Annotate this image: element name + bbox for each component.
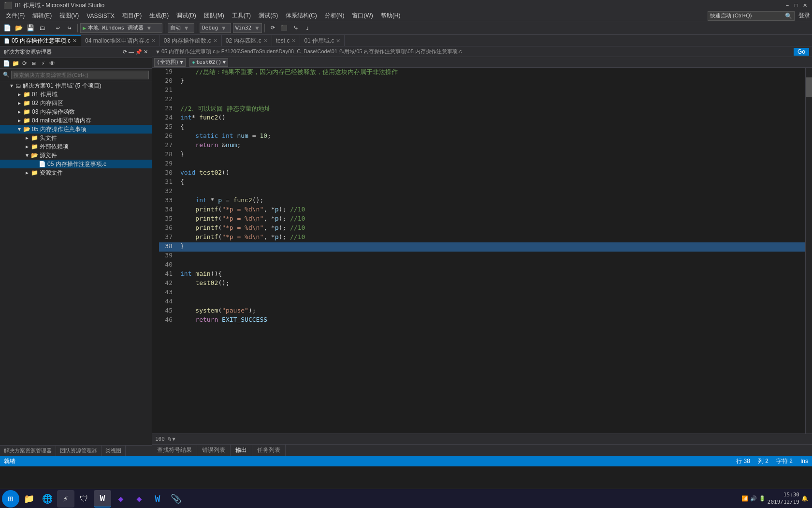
maximize-button[interactable]: □ xyxy=(793,2,799,9)
attach-button[interactable]: ⟳ xyxy=(267,23,278,33)
line-content-26[interactable]: static int num = 10; xyxy=(178,132,805,139)
line-content-35[interactable]: printf("*p = %d\n", *p); //10 xyxy=(178,215,805,222)
expand-arrow[interactable]: ▸ xyxy=(15,100,23,106)
new-file-btn[interactable]: 📄 xyxy=(2,59,11,68)
line-content-30[interactable]: void test02() xyxy=(178,169,805,176)
scope-right-dropdown[interactable]: ◈ test02() ▼ xyxy=(189,58,228,67)
tree-item-source[interactable]: ▾ 📂 源文件 xyxy=(0,151,152,160)
line-content-33[interactable]: int * p = func2(); xyxy=(178,196,805,204)
show-all-btn[interactable]: 👁 xyxy=(48,59,57,68)
minimize-button[interactable]: − xyxy=(784,2,791,9)
tab-0[interactable]: 📄 05 内存操作注意事项.c ✕ xyxy=(0,35,81,46)
tab-4[interactable]: test.c ✕ xyxy=(272,35,301,46)
line-content-27[interactable]: return &num; xyxy=(178,141,805,149)
tab-2[interactable]: 03 内存操作函数.c ✕ xyxy=(160,35,222,46)
line-content-39[interactable] xyxy=(178,252,805,259)
taskbar-word[interactable]: W xyxy=(94,490,111,508)
tree-item-05[interactable]: ▾ 📂 05 内存操作注意事项 xyxy=(0,125,152,134)
menu-debug[interactable]: 调试(D) xyxy=(173,11,200,21)
open-button[interactable]: 📂 xyxy=(14,23,24,33)
line-content-31[interactable]: { xyxy=(178,178,805,185)
tab-5-close[interactable]: ✕ xyxy=(336,38,340,44)
tab-1[interactable]: 04 malloc堆区申请内存.c ✕ xyxy=(81,35,160,46)
refresh-btn[interactable]: ⟳ xyxy=(20,59,29,68)
run-dropdown[interactable]: ▶ 本地 Windows 调试器 ▼ xyxy=(80,23,162,33)
search-input[interactable] xyxy=(11,71,149,79)
collapse-all-btn[interactable]: ⊟ xyxy=(29,59,38,68)
save-button[interactable]: 💾 xyxy=(25,23,36,33)
expand-arrow[interactable]: ▸ xyxy=(23,143,31,150)
line-content-25[interactable]: { xyxy=(178,123,805,130)
new-folder-btn[interactable]: 📁 xyxy=(11,59,20,68)
taskbar-notifications[interactable]: 🔔 xyxy=(801,495,808,502)
tree-item-deps[interactable]: ▸ 📁 外部依赖项 xyxy=(0,142,152,151)
line-content-23[interactable]: //2、可以返回 静态变量的地址 xyxy=(178,105,805,113)
line-content-21[interactable] xyxy=(178,86,805,93)
tree-item-02[interactable]: ▸ 📁 02 内存四区 xyxy=(0,99,152,107)
editor-content[interactable]: 19 //总结：结果不重要，因为内存已经被释放，使用这块内存属于非法操作 20 … xyxy=(159,68,805,433)
line-content-42[interactable]: test02(); xyxy=(178,279,805,286)
new-button[interactable]: 📄 xyxy=(2,23,13,33)
tab-5[interactable]: 01 作用域.c ✕ xyxy=(300,35,345,46)
step-over-button[interactable]: ⤷ xyxy=(290,23,301,33)
tree-item-01[interactable]: ▸ 📁 01 作用域 xyxy=(0,90,152,99)
taskbar-item-2[interactable]: 🛡 xyxy=(75,490,93,508)
line-content-38[interactable]: } xyxy=(178,242,805,250)
platform-dropdown[interactable]: Win32 ▼ xyxy=(233,23,262,33)
line-content-44[interactable] xyxy=(178,298,805,305)
tab-3[interactable]: 02 内存四区.c ✕ xyxy=(222,35,272,46)
expand-arrow[interactable]: ▸ xyxy=(15,108,23,115)
tree-item-resources[interactable]: ▸ 📁 资源文件 xyxy=(0,168,152,177)
menu-team[interactable]: 团队(M) xyxy=(200,11,228,21)
bottom-tab-tasks[interactable]: 任务列表 xyxy=(252,445,286,456)
expand-arrow[interactable]: ▸ xyxy=(23,134,31,141)
editor-scrollbar[interactable] xyxy=(805,68,812,433)
bottom-tab-find[interactable]: 查找符号结果 xyxy=(152,445,197,456)
scope-left-dropdown[interactable]: (全范围) ▼ xyxy=(154,58,186,67)
menu-help[interactable]: 帮助(H) xyxy=(377,11,405,21)
scrollbar-thumb[interactable] xyxy=(806,77,812,97)
line-content-29[interactable] xyxy=(178,160,805,167)
menu-project[interactable]: 项目(P) xyxy=(118,11,145,21)
taskbar-explorer[interactable]: 📁 xyxy=(20,490,38,508)
expand-arrow[interactable]: ▸ xyxy=(15,117,23,124)
save-all-button[interactable]: 🗂 xyxy=(37,23,47,33)
menu-architecture[interactable]: 体系结构(C) xyxy=(282,11,321,21)
line-content-24[interactable]: int* func2() xyxy=(178,114,805,121)
menu-file[interactable]: 文件(F) xyxy=(2,11,29,21)
tree-solution[interactable]: ▾ 🗂 解决方案'01 作用域' (5 个项目) xyxy=(0,81,152,90)
config-dropdown[interactable]: Debug ▼ xyxy=(200,23,231,33)
menu-analyze[interactable]: 分析(N) xyxy=(321,11,348,21)
tab-2-close[interactable]: ✕ xyxy=(213,38,218,44)
undo-button[interactable]: ↩ xyxy=(53,23,63,33)
tree-item-file[interactable]: ▸ 📄 05 内存操作注意事项.c xyxy=(0,160,152,168)
bottom-tab-errors[interactable]: 错误列表 xyxy=(197,445,231,456)
sidebar-close-btn[interactable]: ✕ xyxy=(144,49,148,55)
line-content-46[interactable]: return EXIT_SUCCESS xyxy=(178,316,805,323)
close-button[interactable]: ✕ xyxy=(801,2,808,9)
sidebar-tab-class[interactable]: 类视图 xyxy=(102,446,126,456)
menu-window[interactable]: 窗口(W) xyxy=(348,11,377,21)
breakpoints-button[interactable]: ⬛ xyxy=(279,23,290,33)
line-content-28[interactable]: } xyxy=(178,150,805,158)
expand-arrow[interactable]: ▾ xyxy=(15,126,23,133)
step-into-button[interactable]: ↓ xyxy=(302,23,313,33)
line-content-22[interactable] xyxy=(178,95,805,103)
taskbar-vs-2[interactable]: ◆ xyxy=(130,490,148,508)
expand-arrow[interactable]: ▾ xyxy=(8,82,15,89)
menu-build[interactable]: 生成(B) xyxy=(145,11,173,21)
taskbar-vs-1[interactable]: ◆ xyxy=(112,490,130,508)
expand-arrow[interactable]: ▸ xyxy=(23,169,31,176)
expand-arrow[interactable]: ▾ xyxy=(23,152,31,159)
taskbar-item-1[interactable]: ⚡ xyxy=(57,490,74,508)
line-content-40[interactable] xyxy=(178,261,805,268)
sidebar-tab-solution[interactable]: 解决方案资源管理器 xyxy=(0,446,56,456)
line-content-32[interactable] xyxy=(178,187,805,194)
taskbar-clip[interactable]: 📎 xyxy=(167,490,185,508)
taskbar-browser[interactable]: 🌐 xyxy=(39,490,56,508)
tree-item-03[interactable]: ▸ 📁 03 内存操作函数 xyxy=(0,107,152,116)
bottom-tab-output[interactable]: 输出 xyxy=(231,445,252,456)
menu-test[interactable]: 测试(S) xyxy=(255,11,282,21)
zoom-dropdown[interactable]: 100 % ▼ xyxy=(155,436,175,442)
line-content-43[interactable] xyxy=(178,288,805,296)
